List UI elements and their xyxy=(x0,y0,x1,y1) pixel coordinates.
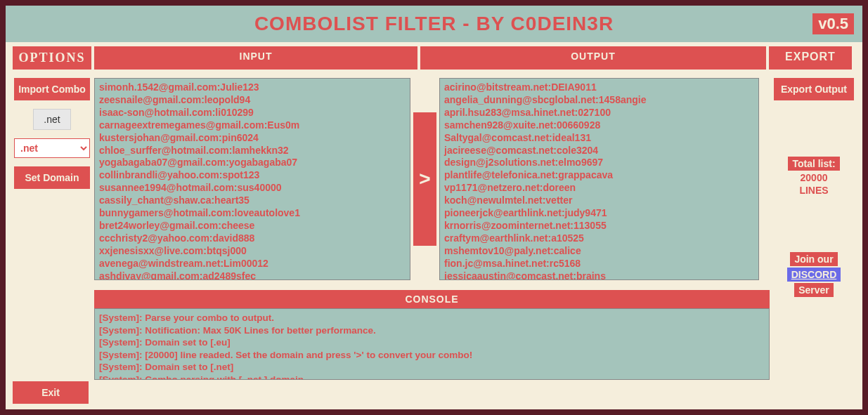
console-header: CONSOLE xyxy=(94,290,770,308)
convert-column: > xyxy=(413,78,436,280)
app-window: COMBOLIST FILTER - BY C0DEIN3R v0.5 OPTI… xyxy=(6,6,862,409)
exit-row: Exit xyxy=(6,381,89,404)
header-output: OUTPUT xyxy=(420,46,766,70)
main-area: Import Combo .net .net Set Domain > CONS… xyxy=(6,70,862,409)
total-unit: LINES xyxy=(788,185,839,196)
version-badge: v0.5 xyxy=(812,13,854,34)
header-input: INPUT xyxy=(94,46,417,70)
column-headers: OPTIONS INPUT OUTPUT EXPORT xyxy=(6,46,862,70)
total-list-box: Total list: 20000 LINES xyxy=(788,157,839,196)
output-textarea[interactable] xyxy=(439,78,759,280)
header-export: EXPORT xyxy=(769,46,852,70)
discord-box: Join our DISCORD Server xyxy=(787,252,841,298)
discord-link[interactable]: DISCORD xyxy=(787,268,841,282)
console-output[interactable]: [System]: Parse your combo to output. [S… xyxy=(94,308,770,380)
import-combo-button[interactable]: Import Combo xyxy=(14,78,90,100)
discord-line1: Join our xyxy=(790,252,837,266)
discord-line3: Server xyxy=(794,283,834,297)
titlebar: COMBOLIST FILTER - BY C0DEIN3R v0.5 xyxy=(6,6,862,42)
convert-button[interactable]: > xyxy=(413,112,436,246)
domain-display: .net xyxy=(33,109,70,130)
header-options: OPTIONS xyxy=(13,46,91,70)
export-panel: Export Output Total list: 20000 LINES Jo… xyxy=(772,78,855,409)
set-domain-button[interactable]: Set Domain xyxy=(14,166,90,189)
total-value: 20000 xyxy=(788,172,839,183)
exit-button[interactable]: Exit xyxy=(13,381,89,404)
app-title: COMBOLIST FILTER - BY C0DEIN3R xyxy=(254,13,614,35)
domain-select[interactable]: .net xyxy=(14,138,90,158)
io-row: > xyxy=(94,78,770,280)
options-panel: Import Combo .net .net Set Domain xyxy=(13,78,91,409)
export-output-button[interactable]: Export Output xyxy=(774,78,854,100)
center-panel: > CONSOLE [System]: Parse your combo to … xyxy=(94,78,770,409)
input-textarea[interactable] xyxy=(94,78,410,280)
total-label: Total list: xyxy=(788,157,839,171)
